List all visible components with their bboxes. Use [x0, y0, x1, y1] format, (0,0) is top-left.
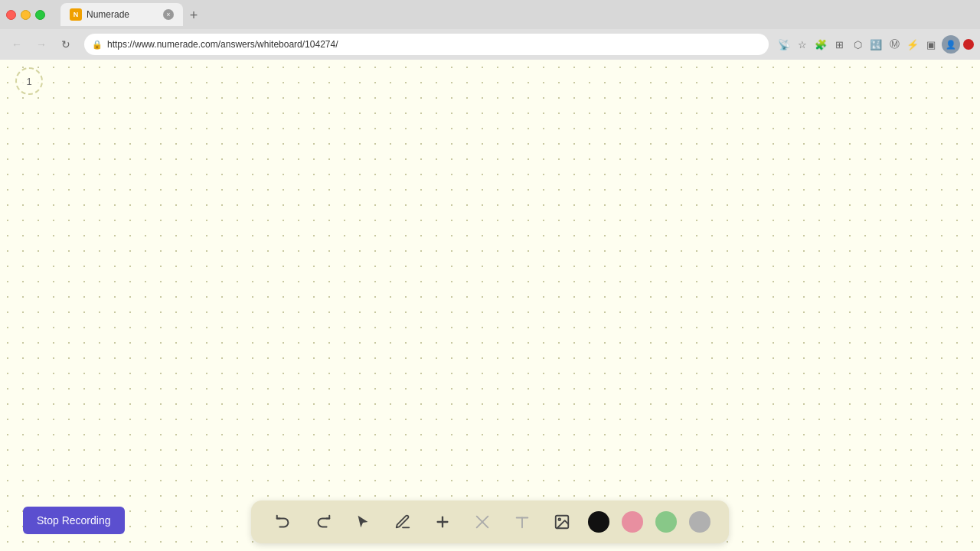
whiteboard-canvas[interactable] — [0, 60, 980, 551]
eraser-icon — [474, 514, 491, 530]
user-avatar[interactable]: 👤 — [942, 35, 960, 54]
extensions-icon[interactable]: 🧩 — [813, 37, 828, 52]
color-pink-button[interactable] — [622, 511, 643, 533]
lock-icon: 🔒 — [92, 40, 103, 50]
new-tab-button[interactable]: + — [183, 5, 204, 26]
redo-button[interactable] — [309, 508, 337, 536]
minimize-window-button[interactable] — [21, 10, 31, 20]
page-indicator: 1 — [15, 67, 43, 95]
ext3-icon[interactable]: Ⓜ — [887, 37, 902, 52]
back-button[interactable]: ← — [6, 34, 28, 55]
stop-recording-button[interactable]: Stop Recording — [23, 507, 125, 534]
svg-point-7 — [558, 518, 560, 520]
image-tool-button[interactable] — [548, 508, 576, 536]
color-green-button[interactable] — [655, 511, 677, 533]
tab-close-button[interactable]: × — [163, 9, 174, 20]
page-number: 1 — [26, 76, 31, 87]
forward-button[interactable]: → — [31, 34, 52, 55]
pen-icon — [394, 514, 411, 530]
cast-icon[interactable]: 📡 — [776, 37, 792, 52]
select-tool-button[interactable] — [349, 508, 377, 536]
undo-icon — [275, 514, 292, 530]
bookmark-icon[interactable]: ☆ — [795, 37, 810, 52]
close-window-button[interactable] — [6, 10, 16, 20]
image-icon — [554, 514, 570, 530]
tab-title: Numerade — [87, 9, 129, 20]
text-icon — [514, 514, 531, 530]
ext2-icon[interactable]: 🔣 — [868, 37, 884, 52]
add-button[interactable] — [429, 508, 456, 536]
whiteboard-container[interactable]: 1 Stop Recording — [0, 60, 980, 551]
tab-favicon: N — [70, 8, 82, 21]
tab-bar: N Numerade × + — [60, 3, 974, 26]
traffic-lights — [6, 10, 45, 20]
red-indicator — [963, 39, 974, 50]
share-icon[interactable]: ⬡ — [850, 37, 865, 52]
color-gray-button[interactable] — [689, 511, 710, 533]
browser-chrome: N Numerade × + ← → ↻ 🔒 https://www.numer… — [0, 0, 980, 60]
color-black-button[interactable] — [588, 511, 609, 533]
reload-button[interactable]: ↻ — [55, 34, 77, 55]
nav-toolbar: ← → ↻ 🔒 https://www.numerade.com/answers… — [0, 29, 980, 60]
active-tab[interactable]: N Numerade × — [60, 3, 183, 26]
redo-icon — [315, 514, 332, 530]
pen-tool-button[interactable] — [389, 508, 416, 536]
toolbar-actions: 📡 ☆ 🧩 ⊞ ⬡ 🔣 Ⓜ ⚡ ▣ 👤 — [776, 35, 974, 54]
undo-button[interactable] — [270, 508, 297, 536]
eraser-tool-button[interactable] — [469, 508, 496, 536]
grid-icon[interactable]: ⊞ — [831, 37, 847, 52]
address-bar[interactable]: 🔒 https://www.numerade.com/answers/white… — [84, 34, 769, 55]
url-text: https://www.numerade.com/answers/whitebo… — [107, 39, 338, 50]
cursor-icon — [354, 514, 371, 530]
sidebar-toggle-icon[interactable]: ▣ — [923, 37, 939, 52]
maximize-window-button[interactable] — [35, 10, 45, 20]
text-tool-button[interactable] — [508, 508, 536, 536]
plus-icon — [434, 514, 451, 530]
ext4-icon[interactable]: ⚡ — [905, 37, 920, 52]
title-bar: N Numerade × + — [0, 0, 980, 29]
bottom-toolbar — [251, 500, 729, 543]
